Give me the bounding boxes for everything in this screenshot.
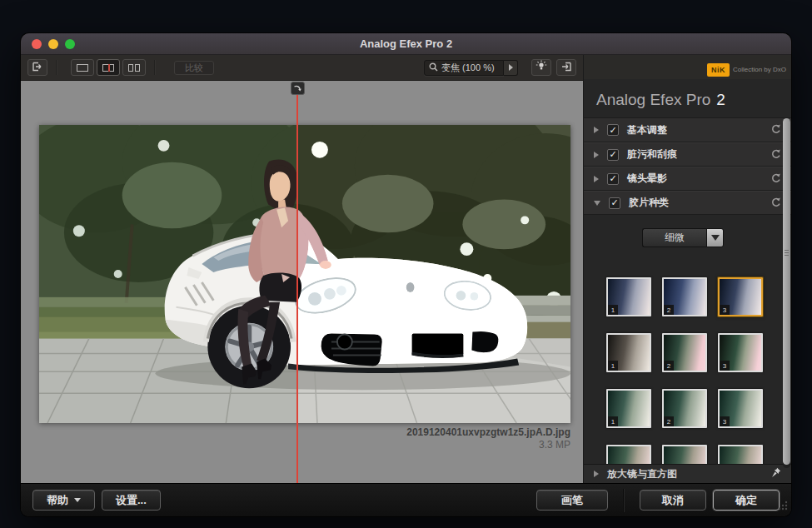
brand-strip: NiK Collection by DxO xyxy=(584,55,791,79)
cancel-button-label: 取消 xyxy=(662,493,684,508)
film-thumbnail-grid: 1 2 3 1 2 3 1 2 3 1 xyxy=(606,277,770,464)
section-label: 镜头晕影 xyxy=(627,172,667,186)
lightbulb-icon xyxy=(536,60,547,75)
view-mode-group xyxy=(71,59,146,76)
chevron-down-icon xyxy=(711,235,720,241)
reset-icon[interactable] xyxy=(770,147,781,162)
split-view-button[interactable] xyxy=(97,59,120,76)
film-thumbnail[interactable]: 1 xyxy=(606,389,651,428)
enter-fullscreen-icon xyxy=(560,60,572,75)
curved-arrow-icon xyxy=(293,81,302,96)
chevron-down-icon[interactable] xyxy=(594,201,600,206)
chevron-right-icon[interactable] xyxy=(594,127,599,133)
toolbar-separator xyxy=(154,60,156,75)
zoom-field[interactable]: 变焦 (100 %) xyxy=(424,60,504,76)
split-view-icon xyxy=(102,64,114,72)
zoom-dropdown-button[interactable] xyxy=(504,60,518,76)
film-thumbnail[interactable]: 2 xyxy=(662,333,707,372)
film-thumbnail[interactable]: 3 xyxy=(718,333,763,372)
close-window-button[interactable] xyxy=(32,39,42,49)
film-thumbnail[interactable]: 1 xyxy=(606,277,651,316)
section-loupe-histogram[interactable]: 放大镜与直方图 xyxy=(584,464,791,483)
adjustment-sections: ✓ 基本调整 ✓ 脏污和刮痕 xyxy=(584,117,791,215)
chevron-right-icon[interactable] xyxy=(594,176,599,182)
split-preview-line[interactable] xyxy=(296,95,298,483)
film-thumbnail[interactable]: 1 xyxy=(606,333,651,372)
film-thumbnail[interactable]: 3 xyxy=(718,389,763,428)
panel-scrollbar-track[interactable] xyxy=(783,118,790,468)
section-label: 脏污和刮痕 xyxy=(627,147,677,162)
reset-icon[interactable] xyxy=(770,122,781,137)
help-button[interactable]: 帮助 xyxy=(32,490,95,511)
app-window: Analog Efex Pro 2 xyxy=(21,33,791,516)
image-filename: 2019120401uxvpzgtw1z5.jpA.D.jpg xyxy=(406,426,570,439)
zoom-level-label: 变焦 (100 %) xyxy=(441,62,495,74)
cancel-button[interactable]: 取消 xyxy=(640,490,706,511)
footer-separator xyxy=(623,489,625,512)
thumbnail-number: 3 xyxy=(720,305,730,315)
film-thumbnail[interactable]: 1 xyxy=(606,445,651,464)
resize-grip[interactable] xyxy=(778,499,788,514)
image-canvas: 2019120401uxvpzgtw1z5.jpA.D.jpg 3.3 MP xyxy=(21,81,583,483)
right-panel: NiK Collection by DxO Analog Efex Pro2 ✓… xyxy=(583,55,791,483)
dropdown-button[interactable] xyxy=(706,228,724,247)
zoom-window-button[interactable] xyxy=(65,39,75,49)
single-view-button[interactable] xyxy=(71,59,94,76)
thumbnail-number: 1 xyxy=(608,305,618,315)
chevron-right-icon xyxy=(509,64,513,71)
split-preview-handle[interactable] xyxy=(291,82,305,95)
reset-icon[interactable] xyxy=(770,196,781,211)
thumbnail-number: 3 xyxy=(720,361,730,371)
image-megapixels: 3.3 MP xyxy=(406,439,570,451)
panel-title-version: 2 xyxy=(716,91,725,108)
chevron-right-icon[interactable] xyxy=(594,152,599,158)
footer-bar: 帮助 设置... 画笔 取消 确定 xyxy=(21,483,791,516)
section-basic-adjustments[interactable]: ✓ 基本调整 xyxy=(584,118,791,142)
toolbar-separator xyxy=(56,60,57,75)
image-caption: 2019120401uxvpzgtw1z5.jpA.D.jpg 3.3 MP xyxy=(406,426,570,451)
zoom-control: 变焦 (100 %) xyxy=(424,60,518,76)
magnifier-icon xyxy=(429,60,438,75)
thumbnail-number: 1 xyxy=(608,416,618,426)
section-checkbox[interactable]: ✓ xyxy=(609,197,620,209)
thumbnail-number: 3 xyxy=(720,416,730,426)
background-light-button[interactable] xyxy=(531,59,551,76)
section-dirt-scratches[interactable]: ✓ 脏污和刮痕 xyxy=(584,142,791,167)
pin-icon[interactable] xyxy=(771,466,781,481)
film-thumbnail[interactable]: 2 xyxy=(662,445,707,464)
minimize-window-button[interactable] xyxy=(48,39,58,49)
reset-icon[interactable] xyxy=(770,172,781,187)
ok-button[interactable]: 确定 xyxy=(713,490,780,511)
thumbnail-number: 1 xyxy=(608,361,618,371)
panel-scrollbar-thumb[interactable] xyxy=(783,118,790,465)
section-label: 放大镜与直方图 xyxy=(607,467,677,481)
section-checkbox[interactable]: ✓ xyxy=(607,149,619,161)
section-film-type[interactable]: ✓ 胶片种类 xyxy=(584,191,791,215)
settings-button[interactable]: 设置... xyxy=(102,490,161,511)
chevron-right-icon[interactable] xyxy=(594,471,599,477)
film-strength-value: 细微 xyxy=(642,228,706,247)
brush-button[interactable]: 画笔 xyxy=(536,490,608,511)
scrollbar-grip xyxy=(785,250,789,257)
toolbar: 比较 变焦 (100 %) xyxy=(21,55,583,81)
film-thumbnail[interactable]: 3 xyxy=(718,445,763,464)
brush-button-label: 画笔 xyxy=(561,493,583,508)
panel-title: Analog Efex Pro2 xyxy=(584,79,791,117)
fullscreen-button[interactable] xyxy=(556,59,576,76)
ok-button-label: 确定 xyxy=(735,493,757,508)
compare-button[interactable]: 比较 xyxy=(174,61,214,75)
film-thumbnail[interactable]: 2 xyxy=(662,389,707,428)
photo-preview xyxy=(39,125,570,423)
export-button[interactable] xyxy=(27,59,47,76)
film-strength-dropdown[interactable]: 细微 xyxy=(642,228,724,247)
traffic-lights xyxy=(32,39,75,49)
thumbnail-number: 2 xyxy=(664,416,674,426)
film-thumbnail[interactable]: 2 xyxy=(662,277,707,316)
section-checkbox[interactable]: ✓ xyxy=(607,173,619,185)
side-by-side-view-button[interactable] xyxy=(122,59,146,76)
film-thumbnail-selected[interactable]: 3 xyxy=(718,277,763,316)
section-checkbox[interactable]: ✓ xyxy=(607,124,619,136)
section-lens-vignette[interactable]: ✓ 镜头晕影 xyxy=(584,167,791,191)
window-title: Analog Efex Pro 2 xyxy=(360,37,452,50)
single-view-icon xyxy=(77,64,88,72)
